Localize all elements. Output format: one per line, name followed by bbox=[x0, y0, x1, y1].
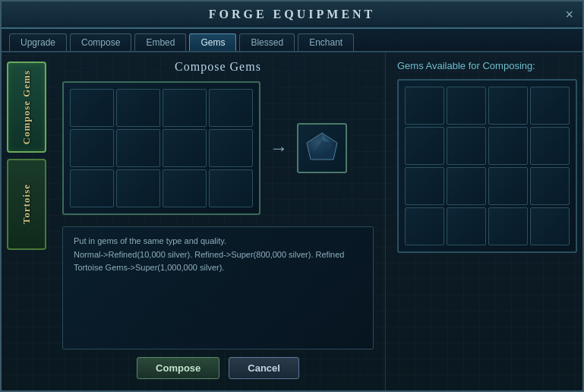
main-area: Compose Gems bbox=[51, 52, 385, 390]
right-content: ▲ 1 / 1 ▼ bbox=[397, 79, 571, 259]
avail-slot-2-2[interactable] bbox=[488, 167, 528, 205]
gem-slot-1-2[interactable] bbox=[163, 129, 207, 167]
gem-slot-2-2[interactable] bbox=[163, 169, 207, 207]
right-panel-title: Gems Available for Composing: bbox=[397, 60, 571, 71]
compose-grid-container: → bbox=[62, 81, 374, 215]
gem-slot-1-1[interactable] bbox=[116, 129, 160, 167]
gem-slot-0-1[interactable] bbox=[116, 89, 160, 127]
tab-compose[interactable]: Compose bbox=[70, 33, 131, 51]
content-area: Compose Gems Tortoise Compose Gems bbox=[2, 52, 582, 390]
title-bar: FORGE EQUIPMENT × bbox=[2, 2, 582, 29]
compose-arrow-icon: → bbox=[270, 138, 288, 159]
avail-slot-0-0[interactable] bbox=[405, 87, 444, 125]
info-text: Put in gems of the same type and quality… bbox=[74, 235, 362, 275]
tab-embed[interactable]: Embed bbox=[134, 33, 186, 51]
tab-gems[interactable]: Gems bbox=[189, 33, 236, 51]
avail-slot-3-0[interactable] bbox=[405, 207, 444, 245]
avail-slot-3-1[interactable] bbox=[447, 207, 486, 245]
available-gem-grid bbox=[397, 79, 577, 253]
gem-slot-2-1[interactable] bbox=[116, 169, 160, 207]
tab-upgrade[interactable]: Upgrade bbox=[9, 33, 67, 51]
result-gem-slot[interactable] bbox=[297, 123, 347, 173]
forge-window: FORGE EQUIPMENT × Upgrade Compose Embed … bbox=[0, 0, 584, 392]
avail-slot-0-3[interactable] bbox=[530, 87, 570, 125]
gem-slot-0-2[interactable] bbox=[163, 89, 207, 127]
avail-slot-3-3[interactable] bbox=[530, 207, 570, 245]
window-title: FORGE EQUIPMENT bbox=[209, 8, 376, 21]
close-button[interactable]: × bbox=[565, 7, 573, 23]
sidebar-tab-compose-gems[interactable]: Compose Gems bbox=[7, 62, 46, 153]
compose-button[interactable]: Compose bbox=[137, 357, 219, 379]
bottom-buttons: Compose Cancel bbox=[62, 349, 374, 383]
info-box: Put in gems of the same type and quality… bbox=[62, 226, 374, 349]
avail-slot-2-0[interactable] bbox=[405, 167, 444, 205]
compose-gem-grid bbox=[62, 81, 260, 215]
sidebar-tab-tortoise[interactable]: Tortoise bbox=[7, 159, 46, 250]
avail-slot-2-3[interactable] bbox=[530, 167, 570, 205]
avail-slot-3-2[interactable] bbox=[488, 207, 528, 245]
right-panel: Gems Available for Composing: bbox=[385, 52, 582, 390]
avail-slot-1-1[interactable] bbox=[447, 127, 486, 165]
cancel-button[interactable]: Cancel bbox=[229, 357, 299, 379]
tabs-bar: Upgrade Compose Embed Gems Blessed Encha… bbox=[2, 29, 582, 52]
gem-slot-0-3[interactable] bbox=[209, 89, 253, 127]
gem-slot-2-3[interactable] bbox=[209, 169, 253, 207]
section-title: Compose Gems bbox=[62, 60, 374, 74]
avail-slot-0-1[interactable] bbox=[447, 87, 486, 125]
sidebar-tab-tortoise-label: Tortoise bbox=[21, 184, 33, 224]
tab-blessed[interactable]: Blessed bbox=[239, 33, 295, 51]
gem-slot-1-3[interactable] bbox=[209, 129, 253, 167]
avail-slot-1-0[interactable] bbox=[405, 127, 444, 165]
result-gem-graphic bbox=[303, 129, 341, 167]
avail-slot-1-3[interactable] bbox=[530, 127, 570, 165]
gem-slot-0-0[interactable] bbox=[70, 89, 114, 127]
gem-slot-1-0[interactable] bbox=[70, 129, 114, 167]
tab-enchant[interactable]: Enchant bbox=[298, 33, 354, 51]
sidebar-tab-compose-gems-label: Compose Gems bbox=[21, 70, 33, 144]
avail-slot-0-2[interactable] bbox=[488, 87, 528, 125]
avail-slot-1-2[interactable] bbox=[488, 127, 528, 165]
avail-slot-2-1[interactable] bbox=[447, 167, 486, 205]
gem-slot-2-0[interactable] bbox=[70, 169, 114, 207]
left-sidebar: Compose Gems Tortoise bbox=[2, 52, 51, 390]
